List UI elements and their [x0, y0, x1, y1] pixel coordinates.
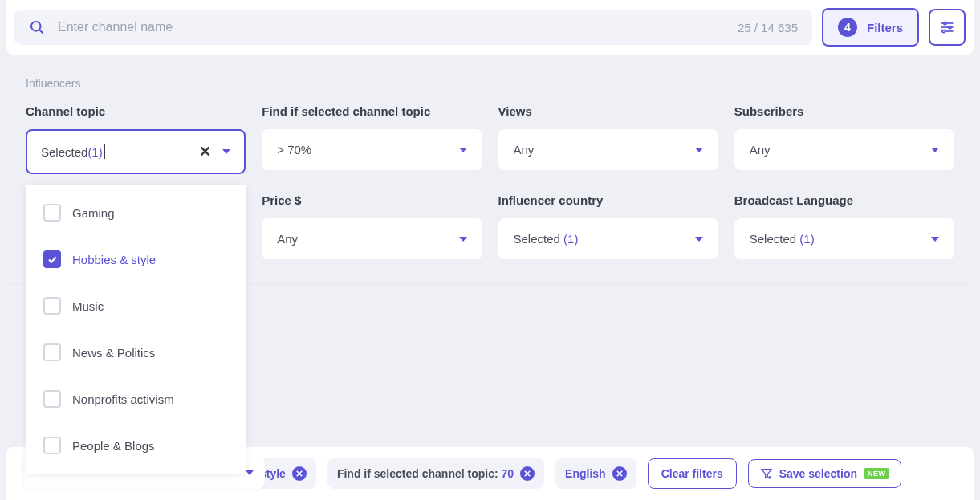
filter-label: Find if selected channel topic — [262, 104, 482, 118]
chip-close-icon[interactable] — [520, 466, 535, 481]
save-selection-button[interactable]: Save selection NEW — [748, 459, 902, 488]
clear-icon[interactable]: ✕ — [199, 143, 211, 161]
checkbox[interactable] — [43, 297, 61, 315]
chevron-down-icon — [931, 237, 939, 242]
settings-button[interactable] — [929, 9, 966, 46]
selected-count: (1) — [563, 232, 578, 246]
filter-label: Views — [498, 104, 718, 118]
menu-item[interactable]: Hobbies & style — [26, 236, 246, 283]
filter-label: Broadcast Language — [734, 193, 954, 207]
menu-item[interactable]: Music — [26, 283, 246, 329]
chevron-down-icon — [246, 470, 254, 475]
filter-language: Broadcast Language Selected (1) — [734, 193, 954, 259]
dropdown-value: Any — [514, 143, 535, 157]
text-cursor — [104, 144, 105, 159]
filter-icon — [760, 467, 773, 480]
search-result-count: 25 / 14 635 — [738, 21, 798, 35]
selected-count: (1) — [87, 145, 102, 159]
dropdown-value: Any — [277, 232, 298, 246]
country-dropdown[interactable]: Selected (1) — [498, 218, 718, 259]
menu-item-label: Nonprofits activism — [72, 392, 174, 406]
chip-close-icon[interactable] — [612, 466, 627, 481]
menu-item-label: Hobbies & style — [72, 253, 156, 266]
filter-views: Views Any — [498, 104, 718, 174]
filters-button[interactable]: 4 Filters — [822, 8, 919, 47]
filter-chip-findif: Find if selected channel topic: 70 — [327, 458, 544, 489]
svg-point-5 — [949, 26, 951, 28]
filter-price: Price $ Any — [262, 193, 482, 259]
price-dropdown[interactable]: Any — [262, 218, 482, 259]
filter-channel-topic: Channel topic Selected (1) ✕ — [26, 104, 246, 174]
chip-value: 70 — [502, 467, 514, 480]
filter-label: Subscribers — [734, 104, 954, 118]
chevron-down-icon — [695, 148, 703, 152]
svg-line-1 — [39, 30, 43, 33]
chevron-down-icon — [459, 148, 467, 152]
selected-text: Selected — [750, 232, 800, 246]
filter-label: Influencer country — [498, 193, 718, 207]
search-input[interactable] — [58, 20, 738, 35]
menu-item-label: Gaming — [72, 206, 115, 220]
search-container: 25 / 14 635 — [14, 10, 812, 45]
svg-point-0 — [31, 22, 41, 31]
checkbox[interactable] — [43, 250, 61, 268]
save-label: Save selection — [779, 467, 857, 480]
views-dropdown[interactable]: Any — [498, 129, 718, 170]
language-dropdown[interactable]: Selected (1) — [734, 218, 954, 259]
chevron-down-icon — [459, 237, 467, 242]
menu-item-label: People & Blogs — [72, 439, 155, 453]
checkbox[interactable] — [43, 437, 61, 454]
top-bar: 25 / 14 635 4 Filters — [6, 0, 974, 55]
filters-label: Filters — [867, 21, 903, 35]
filter-label: Channel topic — [26, 104, 246, 118]
subscribers-dropdown[interactable]: Any — [734, 129, 954, 170]
selected-text: Selected — [41, 145, 87, 159]
channel-topic-dropdown[interactable]: Selected (1) ✕ — [26, 129, 246, 174]
channel-topic-menu[interactable]: GamingHobbies & styleMusicNews & Politic… — [26, 185, 246, 474]
chevron-down-icon — [931, 148, 939, 152]
chip-value: English — [565, 467, 606, 480]
new-badge: NEW — [864, 468, 890, 479]
svg-point-3 — [944, 22, 946, 24]
menu-item[interactable]: Nonprofits activism — [26, 376, 246, 422]
filters-count-badge: 4 — [838, 18, 857, 37]
checkbox[interactable] — [43, 390, 61, 408]
section-title: Influencers — [26, 77, 980, 90]
filter-subscribers: Subscribers Any — [734, 104, 954, 174]
chevron-down-icon — [695, 237, 703, 242]
selected-text: Selected — [514, 232, 564, 246]
selected-count: (1) — [799, 232, 814, 246]
chip-label: Find if selected channel topic: — [337, 467, 502, 480]
chip-close-icon[interactable] — [292, 466, 307, 481]
filter-label: Price $ — [262, 193, 482, 207]
dropdown-value: Any — [750, 143, 771, 157]
find-if-dropdown[interactable]: > 70% — [262, 129, 482, 170]
menu-item[interactable]: Gaming — [26, 189, 246, 236]
menu-item-label: News & Politics — [72, 346, 155, 360]
clear-filters-button[interactable]: Clear filters — [648, 458, 737, 489]
filter-country: Influencer country Selected (1) — [498, 193, 718, 259]
chevron-down-icon — [222, 149, 230, 154]
search-icon — [29, 19, 45, 35]
dropdown-value: > 70% — [277, 143, 311, 157]
svg-point-7 — [942, 30, 945, 32]
filter-chip-english: English — [555, 458, 636, 489]
menu-item-label: Music — [72, 299, 104, 313]
checkbox[interactable] — [43, 204, 61, 222]
menu-item[interactable]: People & Blogs — [26, 422, 246, 469]
checkbox[interactable] — [43, 343, 61, 361]
sliders-icon — [939, 19, 955, 35]
menu-item[interactable]: News & Politics — [26, 329, 246, 376]
filter-find-if: Find if selected channel topic > 70% — [262, 104, 482, 174]
